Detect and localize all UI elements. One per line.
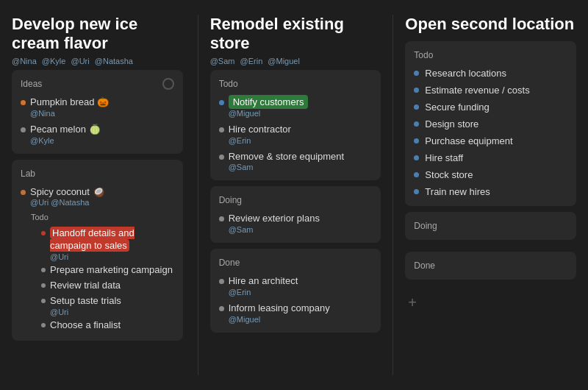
leasing-title: Inform leasing company <box>229 302 373 315</box>
list-item: Review trial data <box>41 278 174 294</box>
spicy-title: Spicy coconut 🥥 <box>30 186 174 199</box>
list-item: Review exterior plans @Sam <box>219 211 373 235</box>
member-uri[interactable]: @Uri <box>71 57 90 65</box>
item-setup: Setup taste trials @Uri <box>50 295 174 316</box>
list-item: Purchase equipment <box>414 134 567 148</box>
handoff-title: Handoff details and campaign to sales <box>50 227 174 252</box>
list-item: Estimate revenue / costs <box>414 83 567 97</box>
item-trial: Review trial data <box>50 280 174 292</box>
architect-assignee[interactable]: @Erin <box>229 288 373 297</box>
bullet-icon <box>414 138 419 143</box>
member-nina[interactable]: @Nina <box>12 57 37 65</box>
nested-todo-label: Todo <box>31 211 174 223</box>
list-item: Spicy coconut 🥥 @Uri @Natasha <box>21 185 174 209</box>
cards-area-3: Todo Research locations Estimate revenue… <box>405 41 576 375</box>
bullet-icon <box>414 121 419 127</box>
trial-title: Review trial data <box>50 280 174 292</box>
column-members-1: @Nina @Kyle @Uri @Natasha <box>12 57 183 65</box>
remove-title: Remove & store equipment <box>229 151 373 163</box>
doing-label: Doing <box>219 194 373 207</box>
location-todo-items: Research locations Estimate revenue / co… <box>414 66 567 199</box>
item-notify: Notify customers @Miguel <box>229 96 373 118</box>
list-item: Notify customers @Miguel <box>219 95 373 119</box>
bullet-icon <box>219 127 224 132</box>
pumpkin-emoji: 🎃 <box>97 96 109 107</box>
leasing-assignee[interactable]: @Miguel <box>229 315 373 324</box>
list-item: Secure funding <box>414 100 567 114</box>
contractor-assignee[interactable]: @Erin <box>229 136 373 145</box>
bullet-icon <box>414 172 419 177</box>
exterior-assignee[interactable]: @Sam <box>229 225 373 234</box>
done-items: Hire an architect @Erin Inform leasing c… <box>219 274 373 325</box>
ideas-radio[interactable] <box>162 78 174 90</box>
research-text: Research locations <box>425 68 506 79</box>
member-erin[interactable]: @Erin <box>240 57 263 65</box>
member-kyle[interactable]: @Kyle <box>42 57 66 65</box>
card-todo-remodel: Todo Notify customers @Miguel <box>210 70 381 181</box>
finalist-title: Choose a finalist <box>50 319 174 332</box>
bullet-icon <box>414 104 419 110</box>
marketing-title: Prepare marketing campaign <box>50 264 174 277</box>
column-remodel: Remodel existing store @Sam @Erin @Migue… <box>210 15 381 375</box>
setup-assignee[interactable]: @Uri <box>50 308 174 316</box>
member-miguel[interactable]: @Miguel <box>268 57 300 65</box>
pecan-emoji: 🍈 <box>89 124 101 135</box>
list-item: Design store <box>414 117 567 131</box>
done-label: Done <box>219 256 373 269</box>
bullet-icon <box>21 190 26 195</box>
member-sam[interactable]: @Sam <box>210 57 235 65</box>
list-item: Pecan melon 🍈 @Kyle <box>21 122 174 146</box>
list-item: Remove & store equipment @Sam <box>219 149 373 174</box>
notify-assignee[interactable]: @Miguel <box>229 109 373 118</box>
cards-area-2: Todo Notify customers @Miguel <box>210 70 381 375</box>
add-button[interactable]: + <box>405 294 576 311</box>
list-item: Setup taste trials @Uri <box>41 294 174 318</box>
card-todo-location: Todo Research locations Estimate revenue… <box>405 41 576 206</box>
architect-title: Hire an architect <box>229 275 373 288</box>
pecan-assignee[interactable]: @Kyle <box>30 136 174 145</box>
list-item: Train new hires <box>414 185 567 199</box>
done-location-label: Done <box>414 259 567 272</box>
column-title-3: Open second location <box>405 15 576 34</box>
bullet-icon <box>219 306 224 311</box>
bullet-icon <box>41 231 46 235</box>
notify-title: Notify customers <box>229 96 373 109</box>
item-marketing: Prepare marketing campaign <box>50 264 174 277</box>
item-finalist: Choose a finalist <box>50 319 174 332</box>
doing-location-label: Doing <box>414 219 567 233</box>
item-leasing: Inform leasing company @Miguel <box>229 302 373 324</box>
notify-highlight: Notify customers <box>229 95 309 109</box>
pumpkin-assignee[interactable]: @Nina <box>30 109 174 118</box>
todo-label: Todo <box>219 77 373 91</box>
remove-assignee[interactable]: @Sam <box>229 163 373 171</box>
todo-items: Notify customers @Miguel Hire contractor… <box>219 95 373 174</box>
item-remove: Remove & store equipment @Sam <box>229 151 373 172</box>
bullet-icon <box>219 216 224 221</box>
secure-text: Secure funding <box>425 102 489 113</box>
bullet-icon <box>414 88 419 93</box>
bullet-icon <box>41 268 46 272</box>
member-natasha[interactable]: @Natasha <box>95 57 133 65</box>
card-ideas-header: Ideas <box>21 77 174 91</box>
handoff-assignee[interactable]: @Uri <box>50 252 174 261</box>
item-architect: Hire an architect @Erin <box>229 275 373 297</box>
estimate-text: Estimate revenue / costs <box>425 85 529 96</box>
list-item: Inform leasing company @Miguel <box>219 301 373 325</box>
item-pumpkin-title: Pumpkin bread 🎃 <box>30 96 174 109</box>
column-header-3: Open second location <box>405 15 576 37</box>
column-title-2: Remodel existing store <box>210 15 381 54</box>
todo-location-label: Todo <box>414 49 567 62</box>
column-develop-flavor: Develop new ice cream flavor @Nina @Kyle… <box>12 15 186 375</box>
list-item: Hire contractor @Erin <box>219 122 373 146</box>
design-text: Design store <box>425 118 478 130</box>
exterior-title: Review exterior plans <box>229 213 373 225</box>
hire-staff-text: Hire staff <box>425 152 463 163</box>
contractor-title: Hire contractor <box>229 124 373 136</box>
bullet-icon <box>41 323 46 327</box>
doing-items: Review exterior plans @Sam <box>219 211 373 235</box>
spicy-assignee[interactable]: @Uri @Natasha <box>30 198 174 207</box>
list-item: Choose a finalist <box>41 318 174 333</box>
bullet-icon <box>414 155 419 160</box>
column-header-1: Develop new ice cream flavor @Nina @Kyle… <box>12 15 183 65</box>
item-pumpkin: Pumpkin bread 🎃 @Nina <box>30 96 174 118</box>
